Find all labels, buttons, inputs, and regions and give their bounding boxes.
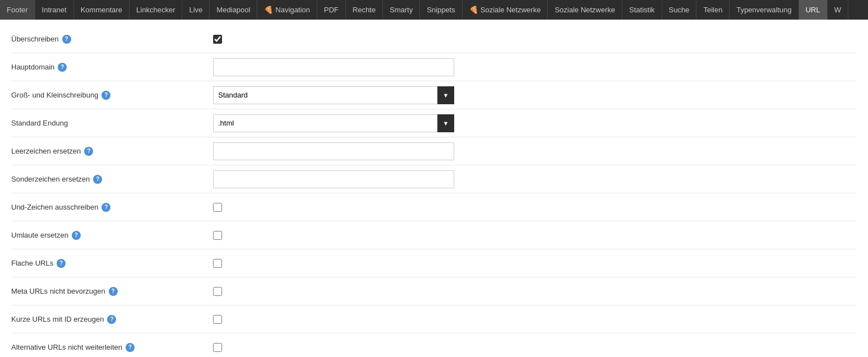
tab-label: URL: [806, 6, 820, 14]
help-icon[interactable]: ?: [107, 315, 116, 324]
tab-label: Linkchecker: [136, 6, 175, 14]
tab-statistik[interactable]: Statistik: [622, 0, 662, 20]
checkbox-meta-urls[interactable]: [213, 287, 222, 296]
form-label-alternative-urls: Alternative URLs nicht weiterleiten?: [11, 343, 213, 352]
form-control-meta-urls: [213, 287, 857, 296]
form-control-ueberschreiben: [213, 35, 857, 44]
tab-rechte[interactable]: Rechte: [346, 0, 383, 20]
tab-footer[interactable]: Footer: [0, 0, 35, 20]
form-label-leerzeichen: Leerzeichen ersetzen?: [11, 147, 213, 156]
tab-kommentare[interactable]: Kommentare: [74, 0, 130, 20]
checkbox-flache-urls[interactable]: [213, 259, 222, 268]
tab-bar: FooterIntranetKommentareLinkcheckerLiveM…: [0, 0, 868, 20]
tab-label: Soziale Netzwerke: [555, 6, 615, 14]
tab-soziale-netzwerke[interactable]: Soziale Netzwerke: [548, 0, 622, 20]
help-icon[interactable]: ?: [84, 147, 93, 156]
select-gross-klein[interactable]: StandardKleinschreibungGroßschreibung: [213, 86, 454, 104]
help-icon[interactable]: ?: [58, 63, 67, 72]
tab-label: Smarty: [390, 6, 413, 14]
tab-w[interactable]: W: [828, 0, 848, 20]
form-label-sonderzeichen: Sonderzeichen ersetzen?: [11, 175, 213, 184]
select-wrapper-gross-klein: StandardKleinschreibungGroßschreibung▼: [213, 86, 454, 104]
help-icon[interactable]: ?: [101, 91, 110, 100]
tab-label: Typenverwaltung: [736, 6, 791, 14]
form-control-sonderzeichen: [213, 170, 857, 188]
form-control-flache-urls: [213, 259, 857, 268]
text-input-hauptdomain[interactable]: [213, 58, 454, 76]
tab-soziale-netzwerke[interactable]: 🍕 Soziale Netzwerke: [463, 0, 548, 20]
form-row-gross-klein: Groß- und Kleinschreibung?StandardKleins…: [11, 81, 857, 109]
checkbox-alternative-urls[interactable]: [213, 343, 222, 352]
form-row-sonderzeichen: Sonderzeichen ersetzen?: [11, 165, 857, 193]
tab-suche[interactable]: Suche: [662, 0, 697, 20]
tab-typenverwaltung[interactable]: Typenverwaltung: [730, 0, 798, 20]
help-icon[interactable]: ?: [57, 259, 66, 268]
label-text: Überschreiben: [11, 35, 59, 43]
tab-label: Statistik: [629, 6, 655, 14]
tab-label: Rechte: [353, 6, 376, 14]
tab-teilen[interactable]: Teilen: [696, 0, 730, 20]
tab-linkchecker[interactable]: Linkchecker: [130, 0, 182, 20]
tab-label: Teilen: [703, 6, 722, 14]
form-control-standard-endung: .html.htm.php▼: [213, 114, 857, 132]
checkbox-ueberschreiben[interactable]: [213, 35, 222, 44]
form-row-ueberschreiben: Überschreiben?: [11, 25, 857, 53]
tab-label: PDF: [324, 6, 339, 14]
help-icon[interactable]: ?: [93, 175, 102, 184]
label-text: Alternative URLs nicht weiterleiten: [11, 343, 122, 351]
tab-url[interactable]: URL: [799, 0, 828, 20]
tab-icon: 🍕: [469, 0, 478, 20]
form-control-und-zeichen: [213, 203, 857, 212]
form-row-alternative-urls: Alternative URLs nicht weiterleiten?: [11, 333, 857, 357]
form-label-ueberschreiben: Überschreiben?: [11, 35, 213, 44]
form-label-umlaute: Umlaute ersetzen?: [11, 231, 213, 240]
label-text: Groß- und Kleinschreibung: [11, 91, 98, 99]
form-label-flache-urls: Flache URLs?: [11, 259, 213, 268]
label-text: Und-Zeichen ausschreiben: [11, 203, 98, 211]
tab-pdf[interactable]: PDF: [317, 0, 346, 20]
label-text: Leerzeichen ersetzen: [11, 147, 81, 155]
tab-mediapool[interactable]: Mediapool: [210, 0, 257, 20]
tab-label: W: [834, 6, 841, 14]
checkbox-und-zeichen[interactable]: [213, 203, 222, 212]
help-icon[interactable]: ?: [72, 231, 81, 240]
tab-label: Navigation: [275, 0, 310, 20]
checkbox-kurze-urls[interactable]: [213, 315, 222, 324]
tab-label: Mediapool: [216, 6, 250, 14]
text-input-leerzeichen[interactable]: [213, 142, 454, 160]
help-icon[interactable]: ?: [101, 203, 110, 212]
tab-navigation[interactable]: 🍕 Navigation: [257, 0, 317, 20]
form-row-und-zeichen: Und-Zeichen ausschreiben?: [11, 193, 857, 221]
text-input-sonderzeichen[interactable]: [213, 170, 454, 188]
tab-intranet[interactable]: Intranet: [35, 0, 74, 20]
select-wrapper-standard-endung: .html.htm.php▼: [213, 114, 454, 132]
form-control-gross-klein: StandardKleinschreibungGroßschreibung▼: [213, 86, 857, 104]
select-standard-endung[interactable]: .html.htm.php: [213, 114, 454, 132]
tab-icon: 🍕: [264, 0, 273, 20]
help-icon[interactable]: ?: [126, 343, 135, 352]
form-label-hauptdomain: Hauptdomain?: [11, 63, 213, 72]
form-label-und-zeichen: Und-Zeichen ausschreiben?: [11, 203, 213, 212]
checkbox-umlaute[interactable]: [213, 231, 222, 240]
form-label-kurze-urls: Kurze URLs mit ID erzeugen?: [11, 315, 213, 324]
label-text: Hauptdomain: [11, 63, 54, 71]
tab-label: Footer: [7, 6, 28, 14]
tab-label: Suche: [669, 6, 690, 14]
tab-label: Snippets: [427, 6, 455, 14]
form-control-umlaute: [213, 231, 857, 240]
tab-smarty[interactable]: Smarty: [383, 0, 420, 20]
help-icon[interactable]: ?: [109, 287, 118, 296]
tab-snippets[interactable]: Snippets: [420, 0, 463, 20]
tab-live[interactable]: Live: [182, 0, 210, 20]
label-text: Sonderzeichen ersetzen: [11, 175, 90, 183]
label-text: Umlaute ersetzen: [11, 231, 68, 239]
form-row-meta-urls: Meta URLs nicht bevorzugen?: [11, 277, 857, 305]
tab-label: Live: [189, 6, 202, 14]
form-label-gross-klein: Groß- und Kleinschreibung?: [11, 91, 213, 100]
label-text: Meta URLs nicht bevorzugen: [11, 287, 105, 295]
form-row-umlaute: Umlaute ersetzen?: [11, 221, 857, 249]
form-row-standard-endung: Standard Endung.html.htm.php▼: [11, 109, 857, 137]
label-text: Flache URLs: [11, 259, 53, 267]
help-icon[interactable]: ?: [62, 35, 71, 44]
form-row-hauptdomain: Hauptdomain?: [11, 53, 857, 81]
